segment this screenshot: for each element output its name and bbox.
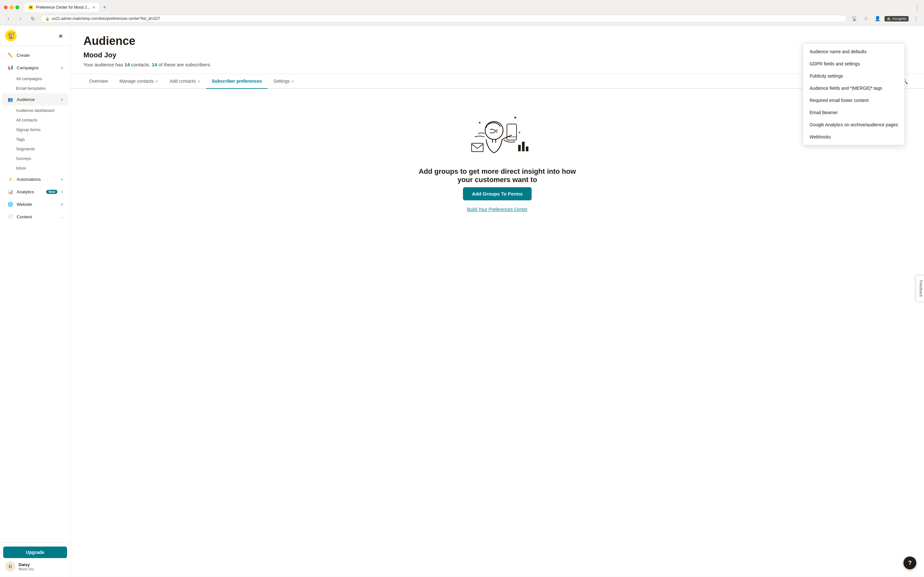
chevron-up-icon: ∧ [61,66,63,70]
tab-favicon: M [28,5,33,10]
sub-item-label: All campaigns [16,76,42,81]
browser-chrome: M Preference Center for Mood J... ✕ + ⋮ … [0,0,924,25]
tab-settings[interactable]: Settings ∨ [268,74,300,89]
new-tab-button[interactable]: + [100,3,108,12]
tab-label: Subscriber preferences [212,79,262,84]
svg-rect-9 [522,142,525,151]
forward-button[interactable]: › [16,14,25,23]
feedback-tab[interactable]: Feedback [916,276,924,302]
minimize-dot[interactable] [10,5,13,9]
nav-bar: ‹ › ↻ 🔒 us21.admin.mailchimp.com/lists/p… [0,12,924,25]
sidebar-bottom: Upgrade D Daisy Mood Joy [0,542,70,577]
reload-button[interactable]: ↻ [28,14,37,23]
back-button[interactable]: ‹ [4,14,13,23]
dropdown-item-publicity-settings[interactable]: Publicity settings [803,70,905,82]
chevron-down-icon: ∨ [61,177,63,181]
sub-item-label: Inbox [16,166,26,171]
url-text: us21.admin.mailchimp.com/lists/preferenc… [52,16,160,21]
tabs-bar: Overview Manage contacts ∨ Add contacts … [71,74,924,89]
cast-icon[interactable]: 📡 [850,14,859,23]
sidebar-toggle-button[interactable]: ▣ [56,31,65,40]
tab-label: Add contacts [170,79,196,84]
bookmark-icon[interactable]: ☆ [861,14,871,23]
sidebar-item-website[interactable]: 🌐 Website ∨ [2,198,68,210]
audience-name: Mood Joy [83,51,911,59]
sidebar-item-label: Analytics [17,189,43,194]
incognito-badge: 🕵️ Incognito [885,16,909,21]
build-preferences-center-link[interactable]: Build Your Preferences Center [467,207,527,212]
close-dot[interactable] [4,5,8,9]
browser-menu-icon[interactable]: ⋮ [911,14,920,23]
svg-text:✦: ✦ [478,121,481,125]
website-icon: 🌐 [7,201,13,207]
dropdown-item-google-analytics[interactable]: Google Analytics on archive/audience pag… [803,119,905,131]
subscriber-count: 14 [152,62,157,67]
sidebar-item-create[interactable]: ✏️ Create [2,49,68,61]
sidebar-item-audience[interactable]: 👥 Audience ∧ [2,93,68,105]
help-button[interactable]: ? [903,556,916,569]
add-groups-to-forms-button[interactable]: Add Groups To Forms [463,187,531,200]
dropdown-item-label: GDPR fields and settings [809,61,859,66]
sidebar-item-label: Content [17,214,57,219]
incognito-icon: 🕵️ [887,17,891,21]
sidebar-item-inbox[interactable]: Inbox [2,163,68,173]
dropdown-item-label: Email Beamer [809,110,838,115]
page-header: Audience Mood Joy Your audience has 14 c… [71,25,924,74]
browser-menu-button[interactable]: ⋮ [914,4,920,11]
sub-item-label: All contacts [16,118,37,122]
tab-close-button[interactable]: ✕ [92,5,95,10]
create-icon: ✏️ [7,52,13,58]
tab-overview[interactable]: Overview [83,74,113,89]
tab-label: Manage contacts [120,79,153,84]
settings-dropdown: Audience name and defaults GDPR fields a… [803,43,905,145]
dropdown-item-required-footer[interactable]: Required email footer content [803,94,905,106]
campaigns-icon: 📢 [7,64,13,71]
dropdown-item-email-beamer[interactable]: Email Beamer [803,106,905,119]
app-layout: 🐒 ▣ ✏️ Create 📢 Campaigns ∧ All campaign… [0,25,924,577]
sub-item-label: Segments [16,147,35,151]
sidebar-item-campaigns[interactable]: 📢 Campaigns ∧ [2,61,68,74]
chevron-down-icon: ∨ [61,190,63,194]
chevron-down-icon: ∨ [156,79,158,83]
desc-mid: contacts. [131,62,152,67]
upgrade-button[interactable]: Upgrade [3,546,67,558]
address-bar[interactable]: 🔒 us21.admin.mailchimp.com/lists/prefere… [40,15,846,23]
sidebar-item-all-campaigns[interactable]: All campaigns [2,74,68,83]
sidebar-item-signup-forms[interactable]: Signup forms [2,125,68,134]
sidebar-nav: ✏️ Create 📢 Campaigns ∧ All campaigns Em… [0,46,70,542]
sidebar-item-email-templates[interactable]: Email templates [2,84,68,93]
sidebar-item-analytics[interactable]: 📊 Analytics New ∨ [2,185,68,198]
sidebar-item-tags[interactable]: Tags [2,135,68,144]
tab-subscriber-preferences[interactable]: Subscriber preferences [206,74,268,89]
heading-text: Add groups to get more direct insight in… [419,167,576,184]
sidebar-item-content[interactable]: 📄 Content … [2,211,68,223]
desc-suffix: of these are subscribers. [158,62,211,67]
dropdown-item-webhooks[interactable]: Webhooks [803,131,905,143]
page-title: Audience [83,34,911,48]
logo-icon: 🐒 [7,32,15,39]
dropdown-item-audience-fields-merge[interactable]: Audience fields and *|MERGE|* tags [803,82,905,94]
svg-text:✦: ✦ [518,131,521,134]
sidebar-item-audience-dashboard[interactable]: Audience dashboard [2,106,68,115]
sub-item-label: Tags [16,137,25,142]
tab-label: Overview [89,79,108,84]
main-body: ✦ ✦ ✦ [71,89,924,225]
sidebar-item-label: Website [17,202,57,207]
sidebar-item-automations[interactable]: ⚡ Automations ∨ [2,173,68,185]
maximize-dot[interactable] [15,5,19,9]
sidebar-item-segments[interactable]: Segments [2,144,68,153]
active-tab[interactable]: M Preference Center for Mood J... ✕ [24,3,99,12]
profile-icon[interactable]: 👤 [873,14,882,23]
tab-add-contacts[interactable]: Add contacts ∨ [164,74,206,89]
new-badge: New [46,190,57,194]
sidebar-item-all-contacts[interactable]: All contacts [2,115,68,125]
sidebar-item-surveys[interactable]: Surveys [2,154,68,163]
chevron-down-icon: … [60,215,63,219]
svg-text:✦: ✦ [513,115,517,120]
sidebar-item-label: Audience [17,97,57,102]
app-logo[interactable]: 🐒 [5,30,17,41]
dropdown-item-audience-name-defaults[interactable]: Audience name and defaults [803,45,905,58]
dropdown-item-label: Required email footer content [809,98,869,103]
tab-manage-contacts[interactable]: Manage contacts ∨ [113,74,164,89]
dropdown-item-gdpr-fields[interactable]: GDPR fields and settings [803,58,905,70]
